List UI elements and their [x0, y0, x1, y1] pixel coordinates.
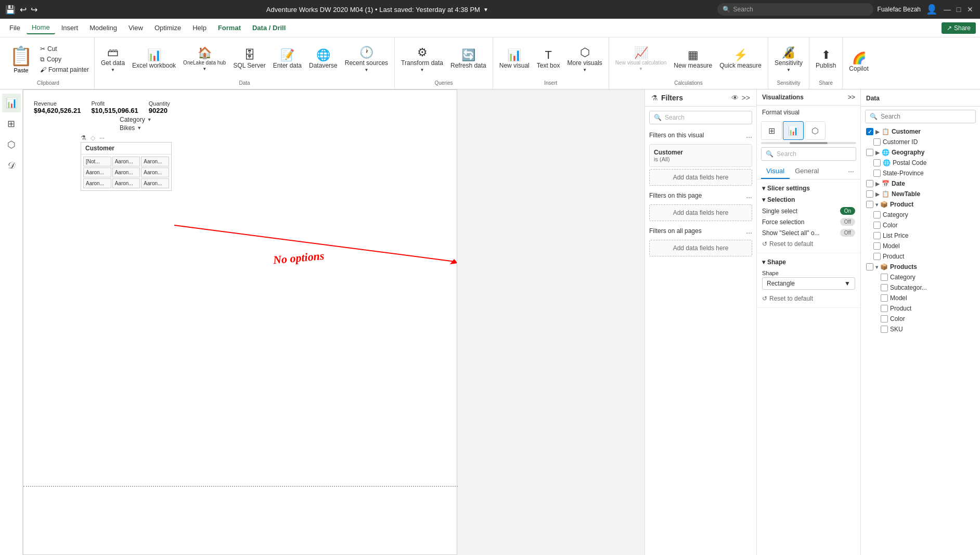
- show-selectall-toggle[interactable]: Off: [840, 229, 855, 237]
- listprice-checkbox[interactable]: [873, 232, 881, 239]
- shape-dropdown[interactable]: Rectangle ▼: [762, 277, 855, 290]
- data-item-customer-id[interactable]: Customer ID: [863, 137, 980, 147]
- menu-modeling[interactable]: Modeling: [84, 22, 122, 34]
- category-arrow[interactable]: ▼: [147, 117, 152, 122]
- new-visual-button[interactable]: 📊 New visual: [496, 42, 533, 77]
- data-item-products-model[interactable]: Model: [863, 293, 980, 303]
- slicer-visual[interactable]: Customer [Not... Aaron... Aaron... Aaron…: [81, 142, 172, 191]
- save-icon[interactable]: 💾: [5, 5, 16, 15]
- menu-help[interactable]: Help: [187, 22, 212, 34]
- menu-datadrill[interactable]: Data / Drill: [247, 22, 291, 34]
- color-checkbox[interactable]: [873, 222, 881, 229]
- data-item-postal-code[interactable]: 🌐 Postal Code: [863, 158, 980, 168]
- data-item-products-subcat[interactable]: Subcategor...: [863, 282, 980, 293]
- data-item-products-color[interactable]: Color: [863, 314, 980, 324]
- data-group-geography[interactable]: ▶ 🌐 Geography: [863, 147, 980, 158]
- close-button[interactable]: ✕: [965, 5, 975, 14]
- data-item-products-sku[interactable]: SKU: [863, 324, 980, 334]
- minimize-button[interactable]: —: [943, 5, 952, 14]
- slicer-cell-1[interactable]: Aaron...: [112, 157, 140, 166]
- viz-bar-icon-btn[interactable]: 📊: [783, 121, 804, 140]
- data-item-products-category[interactable]: Category: [863, 272, 980, 282]
- customerid-checkbox[interactable]: [873, 138, 881, 146]
- bikes-arrow[interactable]: ▼: [137, 125, 141, 131]
- menu-home[interactable]: Home: [27, 21, 55, 34]
- selection-header[interactable]: ▾ Selection: [762, 194, 855, 205]
- viz-search-box[interactable]: 🔍 Search: [761, 147, 856, 161]
- share-button[interactable]: ↗ Share: [942, 22, 976, 34]
- dax-icon[interactable]: 𝒟: [2, 156, 21, 175]
- model-view-icon[interactable]: ⬡: [2, 135, 21, 154]
- data-item-category[interactable]: Category: [863, 210, 980, 220]
- filter-expand-icon[interactable]: >>: [742, 94, 750, 102]
- slicer-cell-4[interactable]: Aaron...: [112, 167, 140, 177]
- format-painter-button[interactable]: 🖌 Format painter: [38, 65, 91, 74]
- eraser-icon[interactable]: ◇: [91, 134, 95, 141]
- sensitivity-button[interactable]: 🔏 Sensitivity ▼: [771, 42, 806, 77]
- slicer-settings-header[interactable]: ▾ Slicer settings: [762, 183, 855, 194]
- more-visuals-button[interactable]: ⬡ More visuals ▼: [564, 42, 605, 77]
- viz-tab-visual[interactable]: Visual: [761, 164, 790, 179]
- product-checkbox[interactable]: [866, 201, 873, 208]
- onelake-button[interactable]: 🏠 OneLake data hub ▼: [180, 42, 229, 77]
- menu-format[interactable]: Format: [213, 22, 246, 34]
- filters-allpages-dots[interactable]: ···: [746, 228, 752, 237]
- products-subcat-checkbox[interactable]: [881, 284, 888, 291]
- products-product-checkbox[interactable]: [881, 305, 888, 312]
- more-options-icon[interactable]: ···: [99, 134, 105, 141]
- category-row[interactable]: Category ▼: [120, 116, 152, 123]
- allpages-add-fields-btn[interactable]: Add data fields here: [649, 240, 752, 256]
- paste-button[interactable]: 📋 Paste: [5, 42, 37, 77]
- report-view-icon[interactable]: 📊: [2, 94, 21, 112]
- new-visual-calc-button[interactable]: 📈 New visual calculation ▼: [612, 42, 669, 77]
- newtable-checkbox[interactable]: [866, 190, 873, 198]
- bikes-row[interactable]: Bikes ▼: [120, 124, 152, 132]
- undo-icon[interactable]: ↩: [20, 5, 27, 15]
- maximize-button[interactable]: □: [954, 5, 963, 14]
- cut-button[interactable]: ✂ Cut: [38, 44, 91, 54]
- filters-page-dots[interactable]: ···: [746, 193, 752, 201]
- visual-add-fields-btn[interactable]: Add data fields here: [649, 169, 752, 186]
- products-color-checkbox[interactable]: [881, 315, 888, 322]
- customer-checkbox[interactable]: ✓: [866, 128, 873, 135]
- stateprovince-checkbox[interactable]: [873, 170, 881, 177]
- force-selection-toggle[interactable]: Off: [840, 218, 855, 226]
- customer-filter-card[interactable]: Customer is (All): [649, 144, 752, 167]
- excel-button[interactable]: 📊 Excel workbook: [129, 42, 179, 77]
- data-search-input[interactable]: [881, 113, 971, 120]
- data-group-products[interactable]: ▾ 📦 Products: [863, 262, 980, 272]
- publish-button[interactable]: ⬆ Publish: [813, 42, 839, 77]
- data-search-box[interactable]: 🔍: [865, 110, 976, 123]
- productfield-checkbox[interactable]: [873, 253, 881, 260]
- data-group-product[interactable]: ▾ 📦 Product: [863, 199, 980, 210]
- data-group-newtable[interactable]: ▶ 📋 NewTable: [863, 189, 980, 199]
- geography-checkbox[interactable]: [866, 149, 873, 156]
- viz-expand-icon[interactable]: >>: [848, 94, 855, 101]
- get-data-button[interactable]: 🗃 Get data ▼: [98, 42, 128, 77]
- shape-header[interactable]: ▾ Shape: [762, 256, 855, 268]
- postalcode-checkbox[interactable]: [873, 159, 881, 166]
- date-checkbox[interactable]: [866, 180, 873, 187]
- menu-file[interactable]: File: [4, 22, 25, 34]
- copy-button[interactable]: ⧉ Copy: [38, 55, 91, 64]
- dropdown-arrow-title[interactable]: ▼: [483, 7, 488, 12]
- filter-search-box[interactable]: 🔍 Search: [649, 111, 752, 124]
- slicer-cell-8[interactable]: Aaron...: [141, 178, 169, 188]
- user-avatar[interactable]: 👤: [926, 4, 937, 15]
- dataverse-button[interactable]: 🌐 Dataverse: [306, 42, 341, 77]
- menu-view[interactable]: View: [123, 22, 148, 34]
- products-checkbox[interactable]: [866, 263, 873, 270]
- transform-data-button[interactable]: ⚙ Transform data ▼: [398, 42, 446, 77]
- category-checkbox[interactable]: [873, 211, 881, 218]
- slicer-reset-link[interactable]: ↺ Reset to default: [762, 238, 855, 250]
- data-item-products-product[interactable]: Product: [863, 303, 980, 314]
- data-item-product-field[interactable]: Product: [863, 251, 980, 262]
- slicer-cell-0[interactable]: [Not...: [83, 157, 111, 166]
- products-sku-checkbox[interactable]: [881, 326, 888, 333]
- data-item-listprice[interactable]: List Price: [863, 230, 980, 241]
- title-search[interactable]: 🔍 Search: [717, 3, 873, 16]
- redo-icon[interactable]: ↪: [31, 5, 37, 15]
- filters-visual-dots[interactable]: ···: [746, 133, 752, 141]
- menu-optimize[interactable]: Optimize: [149, 22, 186, 34]
- slicer-cell-5[interactable]: Aaron...: [141, 167, 169, 177]
